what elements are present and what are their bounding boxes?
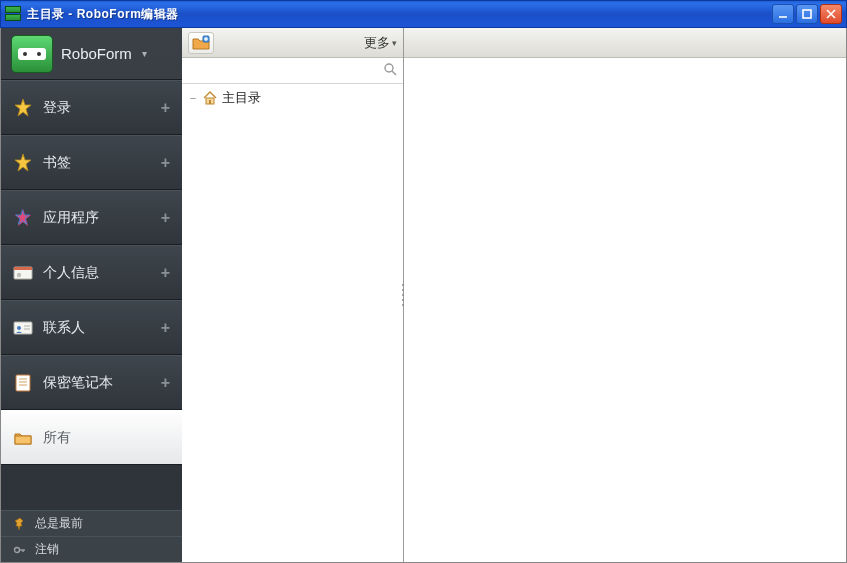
svg-rect-9 <box>14 267 32 270</box>
key-icon <box>13 543 27 557</box>
svg-rect-15 <box>16 375 30 391</box>
new-folder-button[interactable] <box>188 32 214 54</box>
sidebar-item-identities[interactable]: 个人信息 + <box>1 245 182 300</box>
svg-point-10 <box>17 272 21 276</box>
sidebar-item-safenotes[interactable]: 保密笔记本 + <box>1 355 182 410</box>
add-icon[interactable]: + <box>161 374 170 392</box>
sidebar: RoboForm ▾ 登录 + 书签 + <box>1 28 182 562</box>
roboform-logo-icon <box>11 35 53 73</box>
search-bar <box>182 58 403 84</box>
svg-rect-29 <box>209 100 211 104</box>
sidebar-item-label: 登录 <box>43 99 151 117</box>
svg-marker-4 <box>15 99 31 116</box>
search-icon[interactable] <box>383 62 397 80</box>
tree-item-label: 主目录 <box>222 89 261 107</box>
splitter-handle[interactable] <box>401 284 406 306</box>
svg-point-12 <box>17 326 21 330</box>
sidebar-item-applications[interactable]: 应用程序 + <box>1 190 182 245</box>
tree-root-item[interactable]: − 主目录 <box>188 88 397 108</box>
folder-icon <box>13 428 33 448</box>
sidebar-item-label: 保密笔记本 <box>43 374 151 392</box>
svg-line-27 <box>392 71 396 75</box>
app-body: RoboForm ▾ 登录 + 书签 + <box>0 28 847 563</box>
add-icon[interactable]: + <box>161 264 170 282</box>
sidebar-item-label: 联系人 <box>43 319 151 337</box>
add-icon[interactable]: + <box>161 154 170 172</box>
sidebar-item-all[interactable]: 所有 <box>1 410 182 465</box>
sidebar-item-label: 书签 <box>43 154 151 172</box>
folder-plus-icon <box>192 35 210 51</box>
star-icon <box>13 153 33 173</box>
detail-toolbar <box>404 28 846 58</box>
brand-name: RoboForm <box>61 45 132 62</box>
more-label: 更多 <box>364 34 390 52</box>
app-icon <box>5 6 21 22</box>
star-key-icon <box>13 98 33 118</box>
sidebar-item-logins[interactable]: 登录 + <box>1 80 182 135</box>
svg-rect-19 <box>15 436 31 444</box>
svg-rect-11 <box>14 322 32 334</box>
sidebar-spacer <box>1 465 182 510</box>
folder-tree: − 主目录 <box>182 84 403 562</box>
id-card-icon <box>13 263 33 283</box>
contacts-icon <box>13 318 33 338</box>
list-toolbar: 更多 ▾ <box>182 28 403 58</box>
titlebar: 主目录 - RoboForm编辑器 <box>0 0 847 28</box>
svg-point-26 <box>385 64 393 72</box>
sidebar-item-label: 所有 <box>43 429 170 447</box>
notepad-icon <box>13 373 33 393</box>
sidebar-item-bookmarks[interactable]: 书签 + <box>1 135 182 190</box>
window-controls <box>772 4 842 24</box>
close-button[interactable] <box>820 4 842 24</box>
svg-marker-5 <box>15 154 31 171</box>
chevron-down-icon: ▾ <box>142 48 147 59</box>
sidebar-item-contacts[interactable]: 联系人 + <box>1 300 182 355</box>
search-input[interactable] <box>188 61 383 81</box>
sidebar-nav: 登录 + 书签 + 应用程序 + 个人信 <box>1 80 182 465</box>
add-icon[interactable]: + <box>161 209 170 227</box>
detail-content <box>404 58 846 562</box>
star-multi-icon <box>13 208 33 228</box>
sidebar-item-label: 应用程序 <box>43 209 151 227</box>
pin-icon <box>13 517 27 531</box>
maximize-button[interactable] <box>796 4 818 24</box>
window-title: 主目录 - RoboForm编辑器 <box>27 6 179 23</box>
minimize-button[interactable] <box>772 4 794 24</box>
home-icon <box>202 90 218 106</box>
sidebar-footer: 总是最前 注销 <box>1 510 182 562</box>
add-icon[interactable]: + <box>161 319 170 337</box>
detail-panel <box>404 28 846 562</box>
sidebar-item-label: 个人信息 <box>43 264 151 282</box>
svg-point-20 <box>15 547 20 552</box>
chevron-down-icon: ▾ <box>392 38 397 48</box>
svg-rect-1 <box>803 10 811 18</box>
list-panel: 更多 ▾ − 主目录 <box>182 28 404 562</box>
collapse-icon[interactable]: − <box>188 92 198 104</box>
footer-label: 总是最前 <box>35 515 83 532</box>
logout-button[interactable]: 注销 <box>1 536 182 562</box>
always-on-top-toggle[interactable]: 总是最前 <box>1 510 182 536</box>
add-icon[interactable]: + <box>161 99 170 117</box>
brand-menu[interactable]: RoboForm ▾ <box>1 28 182 80</box>
footer-label: 注销 <box>35 541 59 558</box>
more-menu[interactable]: 更多 ▾ <box>364 34 397 52</box>
